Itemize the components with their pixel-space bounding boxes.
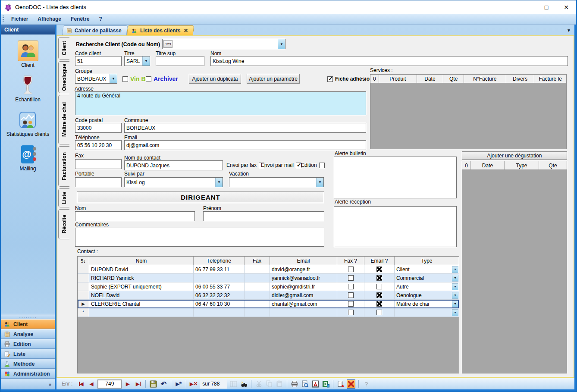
- tab-close-icon[interactable]: ✕: [184, 28, 188, 34]
- chevron-down-icon[interactable]: ▼: [142, 56, 150, 66]
- contact-type-cell[interactable]: Commercial▼: [395, 274, 459, 282]
- sidebar-item-statistiques[interactable]: Statistiques clients: [6, 110, 49, 137]
- delete-record-button[interactable]: ▶✕: [189, 379, 198, 389]
- chevron-down-icon[interactable]: ▼: [316, 178, 323, 187]
- edition-checkbox[interactable]: Edition: [301, 162, 325, 168]
- groupe-combo[interactable]: BORDEAUX▼: [75, 74, 117, 84]
- menu-fenetre[interactable]: Fenêtre: [66, 15, 94, 23]
- services-col-produit[interactable]: Produit: [379, 75, 417, 83]
- help-button[interactable]: ?: [362, 379, 370, 389]
- commentaires-textarea[interactable]: [75, 228, 324, 247]
- close-button[interactable]: ✕: [556, 0, 576, 14]
- vtab-oneologue[interactable]: Oneologue: [58, 61, 69, 93]
- nav-button-methode[interactable]: Méthode: [1, 359, 55, 369]
- envoi-fax-checkbox[interactable]: Envoi par fax: [226, 162, 264, 168]
- chevron-down-icon[interactable]: ▼: [110, 74, 117, 83]
- contact-email-cell[interactable]: chantal@gmail.com: [270, 300, 337, 308]
- contact-tel-cell[interactable]: 06 77 99 33 11: [194, 265, 245, 274]
- archiver-checkbox[interactable]: Archiver: [146, 75, 178, 82]
- export-pdf-button[interactable]: [311, 379, 320, 389]
- contact-email-cell[interactable]: david@orange.fr: [270, 265, 337, 274]
- tab-liste-des-clients[interactable]: Liste des clients ✕: [127, 25, 194, 35]
- new-record-button[interactable]: ▶*: [174, 379, 183, 389]
- ajouter-parametre-button[interactable]: Ajouter un paramètre: [247, 74, 300, 84]
- contact-type-cell[interactable]: Client▼: [395, 265, 459, 274]
- services-col-date[interactable]: Date: [417, 75, 444, 83]
- row-marker[interactable]: [78, 274, 89, 282]
- chevron-down-icon[interactable]: ▼: [452, 309, 458, 316]
- previous-record-button[interactable]: ◀: [87, 379, 96, 389]
- contact-col-fax[interactable]: Fax: [245, 257, 270, 265]
- print-button[interactable]: [290, 379, 299, 389]
- fiche-adhesion-checkbox[interactable]: Fiche adhésion: [327, 76, 373, 82]
- contact-fax-cell[interactable]: [245, 274, 270, 282]
- tab-list-dropdown-icon[interactable]: ▼: [567, 28, 571, 33]
- contact-count-sort-header[interactable]: 5↓: [78, 257, 89, 265]
- minimize-button[interactable]: —: [517, 0, 536, 14]
- contact-col-nom[interactable]: Nom: [89, 257, 194, 265]
- chevron-down-icon[interactable]: ▼: [452, 283, 458, 290]
- contact-email-cell[interactable]: yannick@wanadoo.fr: [270, 274, 337, 282]
- paste-button[interactable]: [275, 379, 284, 389]
- maximize-button[interactable]: □: [536, 0, 556, 14]
- contact-email-cell[interactable]: [270, 308, 337, 317]
- services-col-qte[interactable]: Qte: [443, 75, 464, 83]
- close-form-button[interactable]: [347, 379, 355, 389]
- contact-type-cell[interactable]: Autre▼: [395, 282, 459, 291]
- datasheet-view-button[interactable]: [229, 379, 238, 389]
- menu-fichier[interactable]: Fichier: [6, 15, 33, 23]
- contact-fax-checkbox[interactable]: [337, 308, 364, 317]
- contact-col-email[interactable]: Email: [270, 257, 337, 265]
- titre-sup-field[interactable]: [156, 56, 204, 66]
- degustation-col-date[interactable]: Date: [471, 161, 505, 169]
- cut-button[interactable]: [254, 379, 263, 389]
- row-marker[interactable]: [78, 282, 89, 291]
- envoi-mail-checkbox[interactable]: Envoi par mail: [261, 162, 301, 168]
- contact-tel-cell[interactable]: 06 32 32 32 32: [194, 291, 245, 300]
- edition-checkbox-box[interactable]: [319, 163, 325, 168]
- contact-nom-cell[interactable]: NOEL David: [89, 291, 194, 300]
- next-record-button[interactable]: ▶: [123, 379, 132, 389]
- contact-email-cell[interactable]: sophie@gmdistri.fr: [270, 282, 337, 291]
- contact-nom-cell[interactable]: CLERGERIE Chantal: [89, 300, 194, 308]
- contact-type-cell[interactable]: Maître de chai▼: [395, 300, 459, 308]
- nav-overflow-chevron-icon[interactable]: »: [49, 382, 51, 387]
- vtab-recolte[interactable]: Récolte: [58, 209, 69, 239]
- undo-button[interactable]: ↶: [159, 379, 168, 389]
- contact-row[interactable]: NOEL David06 32 32 32 32didier@gmail.com…: [78, 291, 459, 300]
- contact-row[interactable]: DUPOND David06 77 99 33 11david@orange.f…: [78, 265, 459, 274]
- vtab-maitre-de-chai[interactable]: Maitre de chai: [58, 95, 69, 144]
- sidebar-item-client[interactable]: Client: [18, 41, 38, 68]
- contact-tel-cell[interactable]: 06 00 55 33 77: [194, 282, 245, 291]
- row-marker[interactable]: [78, 291, 89, 300]
- nom-contact-field[interactable]: DUPOND Jacques: [124, 160, 223, 170]
- ajouter-duplicata-button[interactable]: Ajouter un duplicata: [189, 74, 241, 84]
- telephone-field[interactable]: 05 56 10 20 30: [75, 140, 122, 150]
- record-number-input[interactable]: 749: [97, 379, 122, 389]
- contact-nom-cell[interactable]: [89, 308, 194, 317]
- nav-button-client[interactable]: Client: [1, 319, 55, 329]
- services-table[interactable]: 0 Produit Date Qte N°Facture Divers Fact…: [370, 74, 567, 149]
- contact-row[interactable]: Sophie (EXPORT uniquement)06 00 55 33 77…: [78, 282, 459, 291]
- nav-button-analyse[interactable]: Analyse: [1, 329, 55, 339]
- vtab-liste[interactable]: Liste: [58, 188, 69, 207]
- last-record-button[interactable]: ▶: [134, 379, 142, 389]
- menu-grip-handle[interactable]: [3, 16, 4, 22]
- contact-fax-checkbox[interactable]: [337, 282, 364, 291]
- sidebar-splitter-grip[interactable]: ..........: [1, 314, 55, 319]
- nav-button-administration[interactable]: Administration: [1, 369, 55, 379]
- contact-fax-cell[interactable]: [245, 265, 270, 274]
- adresse-textarea[interactable]: 4 route du Général: [75, 91, 366, 115]
- vtab-facturation[interactable]: Facturation: [58, 146, 69, 187]
- chevron-down-icon[interactable]: ▼: [215, 178, 223, 187]
- titre-combo[interactable]: SARL▼: [124, 56, 150, 66]
- contact-tel-cell[interactable]: [194, 308, 245, 317]
- contact-tel-cell[interactable]: [194, 274, 245, 282]
- suivi-par-combo[interactable]: KissLog▼: [124, 177, 223, 187]
- alerte-bulletin-textarea[interactable]: [334, 157, 457, 198]
- nom-field[interactable]: KissLog Wine: [210, 56, 568, 66]
- dirigeant-nom-field[interactable]: [75, 211, 195, 221]
- tab-cahier-de-paillasse[interactable]: Cahier de paillasse: [62, 25, 128, 35]
- contact-email-checkbox[interactable]: [364, 308, 395, 317]
- code-client-field[interactable]: 51: [75, 56, 122, 66]
